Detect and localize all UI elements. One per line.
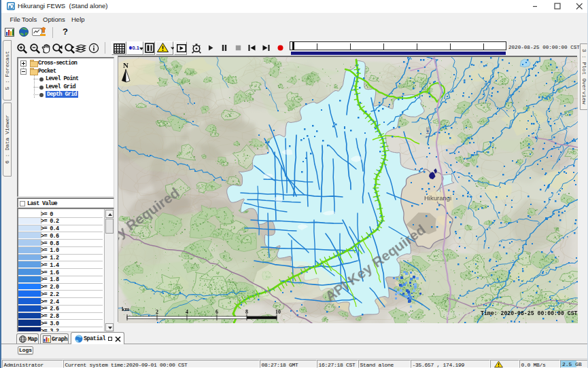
svg-text:2: 2 — [156, 309, 158, 315]
svg-text:Springs Flat: Springs Flat — [443, 310, 477, 317]
svg-text:4: 4 — [186, 309, 188, 315]
svg-text:6: 6 — [215, 309, 218, 315]
svg-text:8: 8 — [245, 309, 248, 315]
svg-text:10: 10 — [275, 309, 281, 315]
svg-text:N: N — [123, 61, 128, 69]
svg-text:km: km — [122, 306, 129, 312]
svg-text:Time: 2020-08-25 00:00:00 CST: Time: 2020-08-25 00:00:00 CST — [481, 310, 578, 316]
svg-text:SH 1: SH 1 — [425, 127, 431, 139]
svg-text:Hikurangi: Hikurangi — [424, 194, 451, 202]
